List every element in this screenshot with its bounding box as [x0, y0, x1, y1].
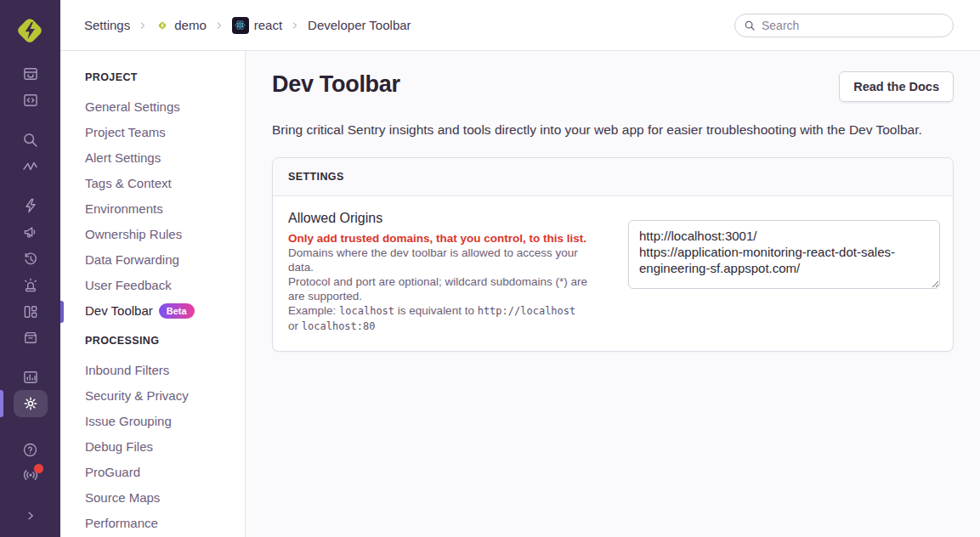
- allowed-origins-label: Allowed Origins: [288, 211, 611, 226]
- rail-explore-button[interactable]: [0, 127, 60, 152]
- dashboards-layout-icon: [22, 303, 39, 320]
- global-search[interactable]: [734, 14, 954, 37]
- allowed-origins-textarea[interactable]: http://localhost:3001/ https://applicati…: [628, 220, 940, 289]
- read-the-docs-button[interactable]: Read the Docs: [839, 71, 954, 102]
- breadcrumb: Settings demo react Developer Toolbar: [84, 17, 411, 34]
- rail-alerts-button[interactable]: [0, 273, 60, 298]
- alert-siren-icon: [22, 277, 39, 294]
- allowed-origins-warning: Only add trusted domains, that you contr…: [288, 231, 611, 246]
- megaphone-icon: [22, 223, 39, 240]
- sentry-logo[interactable]: [12, 13, 48, 48]
- sidebar-item-environments[interactable]: Environments: [85, 196, 245, 222]
- sidebar-gap: [85, 324, 245, 335]
- expand-chevron-icon: [23, 508, 38, 523]
- rail-projects-button[interactable]: [0, 88, 60, 113]
- search-explore-icon: [21, 131, 39, 149]
- inbox-issues-icon: [22, 65, 39, 82]
- beta-badge: Beta: [159, 303, 195, 319]
- page-description: Bring critical Sentry insights and tools…: [272, 122, 954, 138]
- settings-gear-icon: [22, 395, 39, 412]
- example-code-localhost-80: localhost:80: [302, 320, 376, 332]
- react-atom-icon: [234, 19, 246, 31]
- breadcrumb-org-demo[interactable]: demo: [156, 18, 207, 32]
- breadcrumb-developer-toolbar: Developer Toolbar: [308, 18, 411, 32]
- stats-chart-icon: [22, 369, 39, 386]
- sidebar-item-performance[interactable]: Performance: [85, 511, 245, 536]
- sidebar-item-issue-grouping[interactable]: Issue Grouping: [85, 409, 245, 434]
- sidebar-section-processing: PROCESSING: [85, 335, 245, 347]
- sidebar-item-label: Dev Toolbar: [85, 298, 153, 324]
- search-icon: [744, 20, 756, 31]
- sentry-logo-icon: [12, 13, 48, 48]
- allowed-origins-example: Example: localhost is equivalent to http…: [288, 303, 587, 334]
- page-title: Dev Toolbar: [272, 71, 400, 98]
- rail-archive-button[interactable]: [0, 325, 60, 350]
- chevron-right-icon: [290, 20, 300, 31]
- rail-expand-button[interactable]: [0, 503, 60, 529]
- lightning-icon: [22, 197, 39, 214]
- sidebar-item-source-maps[interactable]: Source Maps: [85, 485, 245, 511]
- archive-box-icon: [22, 329, 39, 346]
- rail-issues-button[interactable]: [0, 61, 60, 87]
- sidebar-item-tags-context[interactable]: Tags & Context: [85, 171, 245, 196]
- breadcrumb-project-label: react: [254, 18, 282, 32]
- breadcrumb-project-react[interactable]: react: [232, 17, 282, 34]
- notification-dot: [34, 464, 43, 473]
- help-question-icon: [21, 441, 39, 459]
- rail-settings-button[interactable]: [0, 390, 60, 417]
- app-root: Settings demo react Developer Toolbar: [0, 0, 980, 537]
- primary-icon-rail: [0, 0, 60, 537]
- rail-whats-new-button[interactable]: [0, 462, 60, 488]
- example-prefix: Example:: [288, 304, 336, 317]
- rail-traces-button[interactable]: [0, 154, 60, 179]
- allowed-origins-field-info: Allowed Origins Only add trusted domains…: [288, 211, 628, 334]
- breadcrumb-org-label: demo: [174, 18, 207, 32]
- sidebar-item-inbound-filters[interactable]: Inbound Filters: [85, 358, 245, 383]
- rail-help-button[interactable]: [0, 437, 60, 462]
- main-content: Dev Toolbar Read the Docs Bring critical…: [246, 51, 980, 537]
- org-avatar-diamond-icon: [156, 19, 169, 32]
- react-project-avatar: [232, 17, 249, 34]
- example-code-localhost: localhost: [339, 305, 394, 317]
- sidebar-item-ownership-rules[interactable]: Ownership Rules: [85, 222, 245, 247]
- chevron-right-icon: [138, 20, 148, 31]
- sidebar-item-project-teams[interactable]: Project Teams: [85, 120, 245, 145]
- traces-pulse-icon: [21, 158, 39, 176]
- sidebar-active-indicator: [60, 301, 64, 323]
- settings-panel-header: SETTINGS: [273, 158, 953, 196]
- example-or: or: [288, 319, 298, 332]
- settings-panel: SETTINGS Allowed Origins Only add truste…: [272, 157, 954, 352]
- sidebar-item-user-feedback[interactable]: User Feedback: [85, 273, 245, 298]
- rail-feedback-button[interactable]: [0, 219, 60, 245]
- example-code-http-localhost: http://localhost: [478, 305, 576, 317]
- allowed-origins-help-1: Domains where the dev toolbar is allowed…: [288, 246, 587, 274]
- top-header: Settings demo react Developer Toolbar: [60, 0, 980, 51]
- sidebar-item-alert-settings[interactable]: Alert Settings: [85, 145, 245, 171]
- rail-releases-button[interactable]: [0, 246, 60, 272]
- sidebar-item-dev-toolbar[interactable]: Dev Toolbar Beta: [85, 298, 245, 324]
- rail-dashboards-button[interactable]: [0, 299, 60, 325]
- settings-active-highlight: [14, 390, 48, 417]
- sidebar-item-debug-files[interactable]: Debug Files: [85, 434, 245, 460]
- allowed-origins-field-control: http://localhost:3001/ https://applicati…: [628, 211, 940, 334]
- history-clock-icon: [22, 251, 39, 268]
- rail-lightning-button[interactable]: [0, 193, 60, 218]
- rail-stats-button[interactable]: [0, 365, 60, 390]
- breadcrumb-settings[interactable]: Settings: [84, 18, 130, 32]
- sidebar-item-general-settings[interactable]: General Settings: [85, 94, 245, 120]
- settings-sidebar: PROJECT General Settings Project Teams A…: [60, 51, 246, 537]
- chevron-right-icon: [214, 20, 224, 31]
- allowed-origins-help-2: Protocol and port are optional; wildcard…: [288, 274, 587, 303]
- projects-code-folder-icon: [22, 92, 39, 109]
- sidebar-item-proguard[interactable]: ProGuard: [85, 460, 245, 485]
- sidebar-item-security-privacy[interactable]: Security & Privacy: [85, 383, 245, 409]
- example-equivalent: is equivalent to: [398, 304, 474, 317]
- sidebar-section-project: PROJECT: [85, 71, 245, 83]
- sidebar-item-data-forwarding[interactable]: Data Forwarding: [85, 247, 245, 273]
- search-input[interactable]: [762, 19, 944, 32]
